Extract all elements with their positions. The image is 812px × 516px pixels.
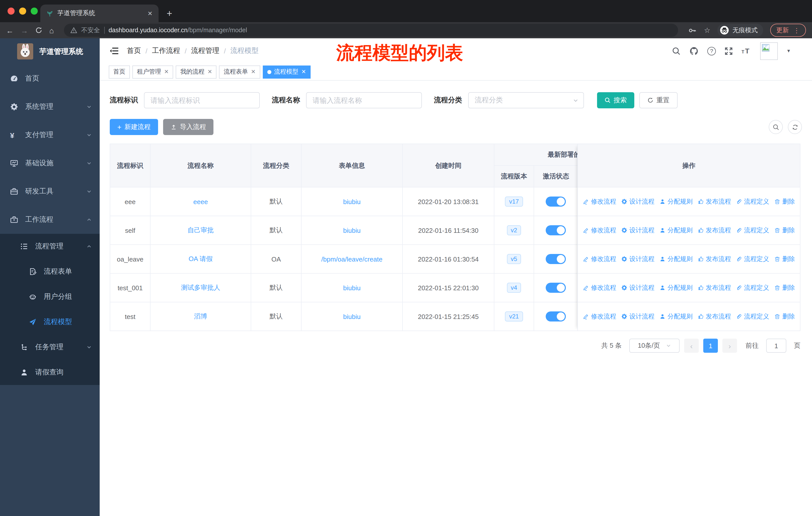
prev-page-button[interactable]: ‹ [684, 338, 699, 353]
design-process-link[interactable]: 设计流程 [621, 197, 655, 206]
close-tab-icon[interactable]: ✕ [251, 69, 256, 75]
assign-rule-link[interactable]: 分配规则 [660, 197, 693, 206]
process-definition-link[interactable]: 流程定义 [736, 197, 769, 206]
browser-update-button[interactable]: 更新 ⋮ [770, 24, 806, 37]
browser-menu-icon[interactable]: ⋮ [793, 26, 800, 34]
process-definition-link[interactable]: 流程定义 [736, 226, 769, 235]
zoom-window-button[interactable] [31, 7, 38, 15]
search-icon[interactable] [672, 47, 680, 55]
publish-process-link[interactable]: 发布流程 [698, 312, 731, 321]
sidebar-item-home[interactable]: 首页 [0, 64, 100, 93]
browser-tab[interactable]: 芋道管理系统 ✕ [40, 4, 158, 22]
version-badge[interactable]: v21 [505, 311, 523, 322]
avatar[interactable] [760, 42, 778, 60]
sidebar-item-user-group[interactable]: 用户分组 [0, 284, 100, 309]
tab-home[interactable]: 首页 [109, 65, 130, 78]
process-id-input[interactable] [144, 92, 260, 108]
edit-process-link[interactable]: 修改流程 [583, 226, 616, 235]
font-size-icon[interactable]: TT [742, 47, 752, 55]
minimize-window-button[interactable] [19, 7, 26, 15]
form-info-link[interactable]: biubiu [343, 226, 360, 234]
design-process-link[interactable]: 设计流程 [621, 255, 655, 263]
form-info-link[interactable]: biubiu [343, 198, 360, 205]
active-toggle[interactable] [546, 254, 566, 264]
delete-link[interactable]: 删除 [774, 255, 795, 263]
bookmark-star-icon[interactable]: ☆ [704, 26, 710, 34]
tab-process-form[interactable]: 流程表单 ✕ [219, 65, 260, 78]
version-badge[interactable]: v5 [507, 254, 521, 264]
sidebar-item-leave-query[interactable]: 请假查询 [0, 360, 100, 385]
assign-rule-link[interactable]: 分配规则 [660, 226, 693, 235]
delete-link[interactable]: 删除 [774, 312, 795, 321]
form-info-link[interactable]: biubiu [343, 313, 360, 320]
process-name-input[interactable] [306, 92, 422, 108]
publish-process-link[interactable]: 发布流程 [698, 226, 731, 235]
sidebar-item-system[interactable]: 系统管理 [0, 93, 100, 121]
process-name-link[interactable]: 自己审批 [187, 226, 214, 235]
close-tab-icon[interactable]: ✕ [164, 69, 169, 75]
active-toggle[interactable] [546, 311, 566, 322]
design-process-link[interactable]: 设计流程 [621, 312, 655, 321]
back-icon[interactable]: ← [6, 26, 13, 34]
process-definition-link[interactable]: 流程定义 [736, 283, 769, 292]
form-info-link[interactable]: biubiu [343, 284, 360, 292]
process-name-link[interactable]: OA 请假 [188, 254, 212, 264]
close-window-button[interactable] [7, 7, 14, 15]
page-size-select[interactable]: 10条/页 [629, 338, 679, 353]
assign-rule-link[interactable]: 分配规则 [660, 312, 693, 321]
active-toggle[interactable] [546, 283, 566, 293]
assign-rule-link[interactable]: 分配规则 [660, 283, 693, 292]
delete-link[interactable]: 删除 [774, 197, 795, 206]
url-text[interactable]: dashboard.yudao.iocoder.cn/bpm/manager/m… [109, 27, 247, 34]
design-process-link[interactable]: 设计流程 [621, 226, 655, 235]
sidebar-item-infra[interactable]: 基础设施 [0, 149, 100, 178]
close-tab-icon[interactable]: ✕ [207, 69, 212, 75]
address-bar[interactable]: 不安全 dashboard.yudao.iocoder.cn/bpm/manag… [64, 24, 678, 37]
breadcrumb-workflow[interactable]: 工作流程 [152, 46, 180, 55]
home-icon[interactable]: ⌂ [49, 26, 54, 34]
version-badge[interactable]: v2 [507, 225, 521, 235]
process-name-link[interactable]: eeee [193, 198, 208, 205]
sidebar-item-process-form[interactable]: 流程表单 [0, 259, 100, 284]
close-tab-icon[interactable]: ✕ [147, 10, 152, 17]
current-page-button[interactable]: 1 [703, 338, 718, 353]
window-controls[interactable] [7, 7, 38, 15]
create-process-button[interactable]: + 新建流程 [110, 119, 158, 135]
goto-page-input[interactable]: 1 [766, 338, 786, 353]
fullscreen-icon[interactable] [724, 47, 733, 55]
process-definition-link[interactable]: 流程定义 [736, 312, 769, 321]
process-category-select[interactable]: 流程分类 [468, 92, 584, 108]
help-icon[interactable]: ? [707, 47, 716, 55]
forward-icon[interactable]: → [21, 26, 28, 34]
assign-rule-link[interactable]: 分配规则 [660, 255, 693, 263]
version-badge[interactable]: v17 [505, 196, 523, 207]
tab-tenant-mgmt[interactable]: 租户管理 ✕ [133, 65, 173, 78]
toggle-search-icon[interactable] [769, 120, 783, 134]
sidebar-item-process-model[interactable]: 流程模型 [0, 309, 100, 334]
publish-process-link[interactable]: 发布流程 [698, 255, 731, 263]
delete-link[interactable]: 删除 [774, 226, 795, 235]
sidebar-item-process-mgmt[interactable]: 流程管理 [0, 234, 100, 259]
next-page-button[interactable]: › [722, 338, 737, 353]
publish-process-link[interactable]: 发布流程 [698, 197, 731, 206]
sidebar-item-payment[interactable]: ¥ 支付管理 [0, 121, 100, 149]
security-warning-icon[interactable] [70, 27, 77, 33]
search-button[interactable]: 搜索 [597, 92, 634, 108]
sidebar-item-workflow[interactable]: 工作流程 [0, 206, 100, 234]
delete-link[interactable]: 删除 [774, 283, 795, 292]
tab-process-model[interactable]: 流程模型 ✕ [263, 65, 310, 78]
refresh-icon[interactable] [788, 120, 802, 134]
edit-process-link[interactable]: 修改流程 [583, 283, 616, 292]
edit-process-link[interactable]: 修改流程 [583, 197, 616, 206]
sidebar-item-task-mgmt[interactable]: 任务管理 [0, 334, 100, 360]
process-definition-link[interactable]: 流程定义 [736, 255, 769, 263]
reset-button[interactable]: 重置 [639, 92, 677, 108]
active-toggle[interactable] [546, 196, 566, 207]
form-info-link[interactable]: /bpm/oa/leave/create [321, 255, 383, 263]
publish-process-link[interactable]: 发布流程 [698, 283, 731, 292]
sidebar-item-devtools[interactable]: 研发工具 [0, 178, 100, 206]
key-icon[interactable] [689, 26, 697, 34]
new-tab-button[interactable]: + [167, 8, 172, 18]
process-name-link[interactable]: 测试多审批人 [181, 283, 220, 292]
avatar-caret-icon[interactable]: ▼ [786, 48, 791, 53]
